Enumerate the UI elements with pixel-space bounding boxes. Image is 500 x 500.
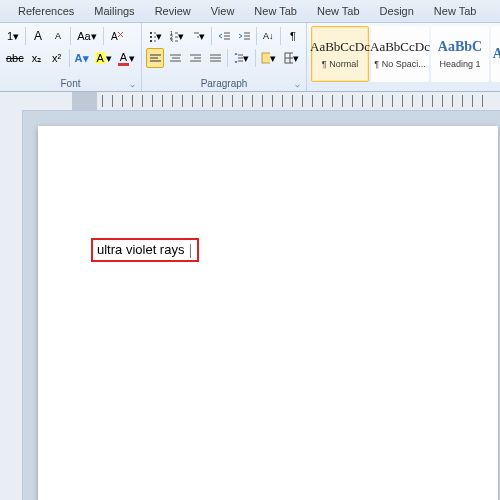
style-preview: AaBbCcDc xyxy=(310,39,370,55)
align-right-button[interactable] xyxy=(186,48,204,68)
style-name-label: Heading 1 xyxy=(439,59,480,69)
document-page[interactable]: ultra violet rays xyxy=(38,126,498,500)
svg-point-3 xyxy=(150,32,152,34)
text-effects-button[interactable]: A▾ xyxy=(72,48,90,68)
font-group-label: Font xyxy=(4,76,137,91)
style-name-label: ¶ No Spaci... xyxy=(374,59,425,69)
font-size-field[interactable]: 1 ▾ xyxy=(4,26,22,46)
font-group: 1 ▾ A A Aa▾ A abc x₂ x² A▾ A▾ A▾ Font xyxy=(0,23,142,91)
style-no-spacing[interactable]: AaBbCcDc ¶ No Spaci... xyxy=(371,26,429,82)
superscript-button[interactable]: x² xyxy=(48,48,66,68)
style-heading-1[interactable]: AaBbC Heading 1 xyxy=(431,26,489,82)
style-name-label: ¶ Normal xyxy=(322,59,358,69)
show-marks-button[interactable]: ¶ xyxy=(284,26,302,46)
tab-design[interactable]: Design xyxy=(370,1,424,21)
document-text[interactable]: ultra violet rays xyxy=(97,242,184,257)
multilevel-list-button[interactable]: ▾ xyxy=(189,26,208,46)
sort-button[interactable]: A↓ xyxy=(259,26,277,46)
style-preview: AaBbCcDc xyxy=(370,39,430,55)
line-spacing-button[interactable]: ▾ xyxy=(231,48,252,68)
document-area: ultra violet rays xyxy=(0,92,500,500)
increase-indent-button[interactable] xyxy=(235,26,253,46)
text-cursor xyxy=(190,244,191,258)
clear-formatting-button[interactable]: A xyxy=(107,26,127,46)
change-case-button[interactable]: Aa▾ xyxy=(74,26,99,46)
style-preview: AaBbC xyxy=(438,39,482,55)
document-content[interactable]: ultra violet rays xyxy=(91,238,199,262)
svg-point-7 xyxy=(150,40,152,42)
highlight-button[interactable]: A▾ xyxy=(93,48,114,68)
bullets-button[interactable]: ▾ xyxy=(146,26,165,46)
decrease-indent-button[interactable] xyxy=(215,26,233,46)
vertical-ruler[interactable] xyxy=(0,110,23,500)
font-color-button[interactable]: A▾ xyxy=(116,48,137,68)
ruler-corner xyxy=(0,92,23,111)
justify-button[interactable] xyxy=(206,48,224,68)
strikethrough-button[interactable]: abc xyxy=(4,48,26,68)
text-highlight-box: ultra violet rays xyxy=(91,238,199,262)
svg-rect-39 xyxy=(262,53,270,63)
borders-button[interactable]: ▾ xyxy=(281,48,302,68)
paragraph-group: ▾ 123▾ ▾ A↓ ¶ ▾ ▾ ▾ xyxy=(142,23,307,91)
tab-newtab-3[interactable]: New Tab xyxy=(424,1,487,21)
tab-newtab-1[interactable]: New Tab xyxy=(244,1,307,21)
tab-newtab-2[interactable]: New Tab xyxy=(307,1,370,21)
svg-text:3: 3 xyxy=(170,38,173,42)
paragraph-group-label: Paragraph xyxy=(146,76,302,91)
shrink-font-button[interactable]: A xyxy=(49,26,67,46)
styles-group: AaBbCcDc ¶ Normal AaBbCcDc ¶ No Spaci...… xyxy=(307,23,500,91)
style-heading-2[interactable]: AaB xyxy=(491,26,500,82)
svg-point-5 xyxy=(150,36,152,38)
tab-review[interactable]: Review xyxy=(145,1,201,21)
svg-text:A: A xyxy=(111,31,118,42)
tab-view[interactable]: View xyxy=(201,1,245,21)
tab-references[interactable]: References xyxy=(8,1,84,21)
align-left-button[interactable] xyxy=(146,48,164,68)
grow-font-button[interactable]: A xyxy=(29,26,47,46)
shading-button[interactable]: ▾ xyxy=(258,48,279,68)
ribbon-tabs: References Mailings Review View New Tab … xyxy=(0,0,500,23)
ribbon: 1 ▾ A A Aa▾ A abc x₂ x² A▾ A▾ A▾ Font xyxy=(0,23,500,92)
align-center-button[interactable] xyxy=(166,48,184,68)
style-normal[interactable]: AaBbCcDc ¶ Normal xyxy=(311,26,369,82)
style-preview: AaB xyxy=(493,46,500,62)
numbering-button[interactable]: 123▾ xyxy=(167,26,186,46)
tab-mailings[interactable]: Mailings xyxy=(84,1,144,21)
horizontal-ruler[interactable] xyxy=(22,92,500,111)
subscript-button[interactable]: x₂ xyxy=(28,48,46,68)
